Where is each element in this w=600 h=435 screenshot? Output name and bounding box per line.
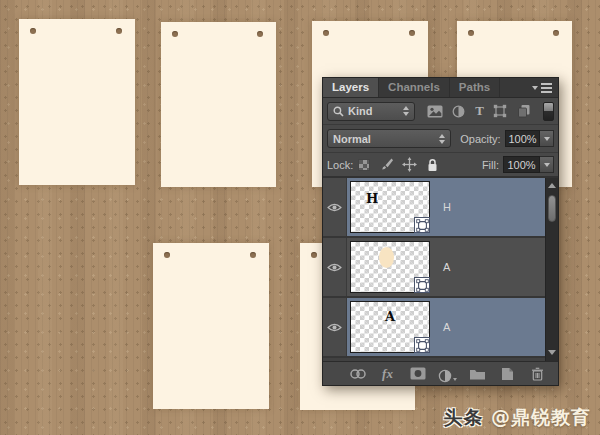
adjustment-icon [438, 369, 452, 383]
blend-row: Normal Opacity: 100% [323, 125, 558, 153]
pin-hole [409, 30, 415, 36]
scroll-thumb[interactable] [548, 195, 556, 222]
scroll-down-button[interactable] [548, 350, 556, 355]
watermark-suffix: @鼎锐教育 [491, 406, 591, 428]
chevron-down-icon [544, 137, 550, 141]
scroll-up-button[interactable] [548, 183, 556, 188]
filter-kind-select[interactable]: Kind [327, 102, 415, 121]
lock-paint-button[interactable] [379, 158, 393, 171]
filter-smart-objects-button[interactable] [517, 104, 531, 118]
fill-value[interactable]: 100% [503, 156, 540, 173]
lock-buttons [358, 157, 439, 172]
filter-toggle-switch[interactable] [543, 102, 554, 121]
pages-icon [517, 104, 531, 118]
new-group-button[interactable] [468, 365, 487, 383]
select-arrows-icon [403, 106, 409, 116]
opacity-dropdown-button[interactable] [540, 130, 554, 147]
image-icon [427, 105, 443, 118]
layer-thumbnail[interactable]: H [350, 181, 430, 233]
filter-adjustment-layers-button[interactable] [452, 105, 465, 118]
filter-pixel-layers-button[interactable] [427, 105, 443, 118]
new-layer-button[interactable] [498, 365, 517, 383]
eye-icon [327, 262, 342, 273]
smart-object-badge-icon [414, 277, 430, 293]
layer-list-scrollbar[interactable] [545, 178, 558, 361]
pin-hole [164, 252, 170, 258]
link-icon [349, 368, 367, 380]
type-icon: T [475, 103, 484, 119]
filter-type-buttons: T [415, 103, 543, 119]
fill-label: Fill: [482, 159, 499, 171]
layer-style-button[interactable]: fx [378, 365, 397, 383]
tab-paths[interactable]: Paths [450, 78, 500, 97]
panel-menu-button[interactable] [526, 78, 558, 97]
pin-hole [250, 252, 256, 258]
half-circle-icon [452, 105, 465, 118]
opacity-value[interactable]: 100% [505, 130, 541, 147]
visibility-toggle[interactable] [323, 298, 347, 356]
layer-row-a2[interactable]: A A [323, 298, 545, 358]
panel-tab-bar: Layers Channels Paths [323, 78, 558, 98]
layers-panel: Layers Channels Paths Kind [322, 77, 559, 386]
tab-channels[interactable]: Channels [379, 78, 450, 97]
blend-mode-select[interactable]: Normal [327, 129, 451, 148]
blend-mode-value: Normal [333, 133, 439, 145]
fx-icon: fx [382, 366, 393, 382]
photoshop-canvas: { "colors": { "background": "#ac8e6c", "… [0, 0, 600, 435]
shape-icon [493, 104, 507, 118]
move-icon [402, 157, 417, 172]
lock-all-button[interactable] [426, 158, 439, 172]
new-adjustment-layer-button[interactable] [438, 365, 457, 383]
layer-row-body[interactable]: H H [347, 178, 545, 236]
watermark-prefix: 头条 [443, 406, 483, 428]
layer-list: H H [323, 178, 558, 361]
eye-icon [327, 322, 342, 333]
folder-icon [469, 367, 486, 380]
layer-name[interactable]: A [443, 321, 450, 333]
layer-thumbnail[interactable]: A [350, 301, 430, 353]
panel-toolbar: fx [323, 361, 558, 385]
pin-hole [172, 31, 178, 37]
layer-name[interactable]: A [443, 261, 450, 273]
lock-icon [426, 158, 439, 172]
pin-hole [257, 31, 263, 37]
filter-shape-layers-button[interactable] [493, 104, 507, 118]
add-layer-mask-button[interactable] [408, 365, 427, 383]
lock-transparency-icon[interactable] [358, 159, 370, 171]
pin-hole [30, 28, 36, 34]
visibility-toggle[interactable] [323, 178, 347, 236]
chevron-down-icon [544, 163, 550, 167]
visibility-toggle[interactable] [323, 238, 347, 296]
filter-kind-label: Kind [348, 105, 403, 117]
layer-row-body[interactable]: A [347, 238, 545, 296]
chevron-down-icon [532, 86, 538, 90]
layer-row-a1[interactable]: A [323, 238, 545, 298]
delete-layer-button[interactable] [528, 365, 547, 383]
lock-position-button[interactable] [402, 157, 417, 172]
tab-layers[interactable]: Layers [323, 78, 379, 97]
layer-row-h[interactable]: H H [323, 178, 545, 238]
smart-object-badge-icon [414, 337, 430, 353]
layer-row-body[interactable]: A A [347, 298, 545, 356]
opacity-label: Opacity: [460, 133, 500, 145]
filter-row: Kind T [323, 98, 558, 125]
pin-hole [468, 30, 474, 36]
layer-thumbnail[interactable] [350, 241, 430, 293]
filter-type-layers-button[interactable]: T [475, 103, 484, 119]
layer-mask-icon [410, 367, 426, 380]
layer-name[interactable]: H [443, 201, 451, 213]
select-arrows-icon [439, 134, 445, 144]
smart-object-badge-icon [414, 217, 430, 233]
eye-icon [327, 202, 342, 213]
fill-dropdown-button[interactable] [540, 156, 554, 173]
trash-icon [531, 367, 544, 381]
paper-card [161, 22, 276, 187]
search-icon [333, 106, 344, 117]
paper-card [153, 243, 269, 409]
link-layers-button[interactable] [348, 365, 367, 383]
thumbnail-letter: H [366, 191, 378, 206]
lock-row: Lock: [323, 153, 558, 178]
watermark: 头条 @鼎锐教育 [443, 405, 591, 431]
chevron-down-icon [453, 378, 457, 381]
paper-card [19, 19, 135, 185]
